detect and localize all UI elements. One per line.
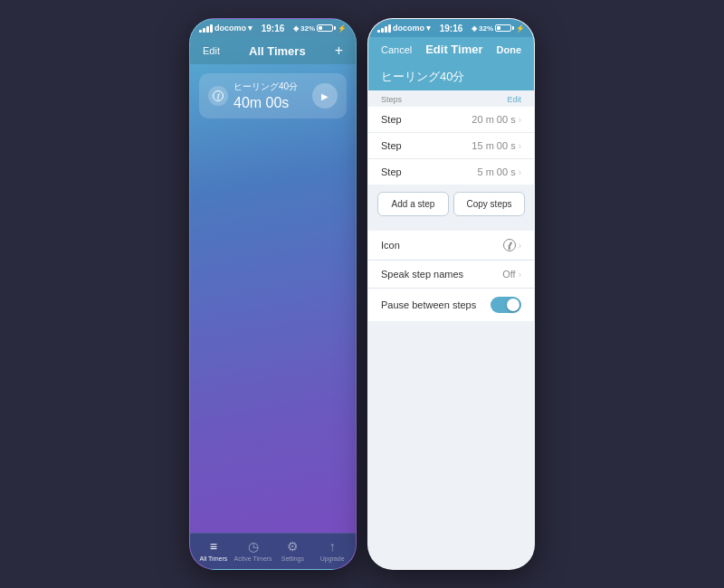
step-label-2: Step [381,140,402,151]
chevron-icon-3: › [519,167,521,177]
status-left-1: docomo ▾ [199,24,252,33]
icon-settings-row[interactable]: Icon › [368,231,534,261]
step-label-1: Step [381,114,402,125]
time-label-1: 19:16 [262,24,285,33]
cancel-button[interactable]: Cancel [381,44,412,55]
settings-gap-2 [368,321,534,328]
active-timers-icon: ◷ [248,539,259,554]
timer-clock-icon [208,86,228,106]
edit-timer-name-header: ヒーリング40分 [368,62,534,90]
icon-setting-chevron: › [519,241,521,251]
toggle-knob [507,299,519,311]
carrier-label-2: docomo [393,24,424,33]
step-time-2: 15 m 00 s [472,140,515,151]
timer-time: 40m 00s [233,95,298,111]
edit-button[interactable]: Edit [203,45,220,56]
add-step-button[interactable]: Add a step [377,192,449,216]
speak-settings-row[interactable]: Speak step names Off › [368,261,534,289]
settings-icon: ⚙ [287,539,299,554]
tab-active-timers[interactable]: ◷ Active Timers [233,539,273,562]
steps-label-row: Steps Edit [368,90,534,107]
tab-all-timers[interactable]: ≡ All Timers [194,539,233,562]
phone-edit-timer: docomo ▾ 19:16 ◈ 32% ⚡ Cancel Edit Timer… [367,18,535,570]
done-button[interactable]: Done [497,44,522,55]
icon-setting-right: › [503,239,521,251]
speak-setting-value: Off [502,269,515,280]
step-row-1[interactable]: Step 20 m 00 s › [368,107,534,133]
status-bar-1: docomo ▾ 19:16 ◈ 32% ⚡ [190,19,356,37]
all-timers-label: All Timers [200,555,228,562]
pause-toggle[interactable] [491,297,521,313]
edit-label[interactable]: Edit [507,95,521,104]
timer-name: ヒーリング40分 [233,81,298,93]
speak-setting-label: Speak step names [381,269,463,280]
speak-setting-chevron: › [519,270,521,280]
signal-icon [199,24,213,33]
nav-title-1: All Timers [249,44,306,58]
tab-bar-1: ≡ All Timers ◷ Active Timers ⚙ Settings … [190,533,356,569]
charging-icon: ⚡ [338,24,347,33]
main-content-1: ヒーリング40分 40m 00s ▶ [190,64,356,533]
nav-bar-2: Cancel Edit Timer Done [368,37,534,62]
icon-setting-label: Icon [381,240,400,251]
timer-info: ヒーリング40分 40m 00s [233,81,298,111]
add-button[interactable]: + [335,43,343,59]
upgrade-label: Upgrade [320,555,345,562]
location-icon: ◈ [293,24,299,33]
battery-icon-2 [495,24,514,32]
step-row-2[interactable]: Step 15 m 00 s › [368,133,534,159]
play-button[interactable]: ▶ [312,83,338,109]
time-label-2: 19:16 [440,24,463,33]
timer-card[interactable]: ヒーリング40分 40m 00s ▶ [199,73,347,119]
chevron-icon-2: › [519,141,521,151]
step-label-3: Step [381,166,402,177]
nav-bar-1: Edit All Timers + [190,37,356,64]
carrier-label: docomo [214,24,246,33]
settings-gap-1 [368,223,534,231]
wifi-icon-2: ▾ [426,24,431,33]
battery-icon-1 [317,24,336,32]
status-left-2: docomo ▾ [377,24,431,33]
action-buttons: Add a step Copy steps [377,192,525,216]
pause-setting-label: Pause between steps [381,299,476,310]
upgrade-icon: ↑ [329,539,336,554]
phone-all-timers: docomo ▾ 19:16 ◈ 32% ⚡ Edit All Timers + [189,18,357,570]
charging-icon-2: ⚡ [516,24,525,33]
timer-left: ヒーリング40分 40m 00s [208,81,298,111]
battery-percent-2: 32% [479,24,493,33]
battery-percent-1: 32% [300,24,315,33]
active-timers-label: Active Timers [234,555,272,562]
status-bar-2: docomo ▾ 19:16 ◈ 32% ⚡ [368,19,534,37]
tab-settings[interactable]: ⚙ Settings [273,539,313,562]
chevron-icon-1: › [519,115,521,125]
settings-label: Settings [281,555,304,562]
status-right-2: ◈ 32% ⚡ [472,24,525,33]
step-time-3: 5 m 00 s [477,166,515,177]
clock-icon-setting [503,239,516,251]
step-time-1: 20 m 00 s [472,114,515,125]
edit-timer-main: Steps Edit Step 20 m 00 s › Step 15 m 00… [368,90,534,569]
copy-steps-button[interactable]: Copy steps [453,192,525,216]
step-right-3: 5 m 00 s › [477,166,521,177]
nav-title-2: Edit Timer [425,43,482,56]
status-right-1: ◈ 32% ⚡ [293,24,347,33]
steps-label: Steps [381,95,402,104]
pause-setting-right [491,297,521,313]
step-right-2: 15 m 00 s › [472,140,521,151]
speak-setting-right: Off › [502,269,521,280]
step-row-3[interactable]: Step 5 m 00 s › [368,159,534,185]
pause-settings-row[interactable]: Pause between steps [368,289,534,321]
tab-upgrade[interactable]: ↑ Upgrade [312,539,352,562]
all-timers-icon: ≡ [210,539,217,554]
wifi-icon: ▾ [248,24,252,33]
location-icon-2: ◈ [472,24,477,33]
step-right-1: 20 m 00 s › [472,114,521,125]
signal-icon-2 [377,24,391,33]
